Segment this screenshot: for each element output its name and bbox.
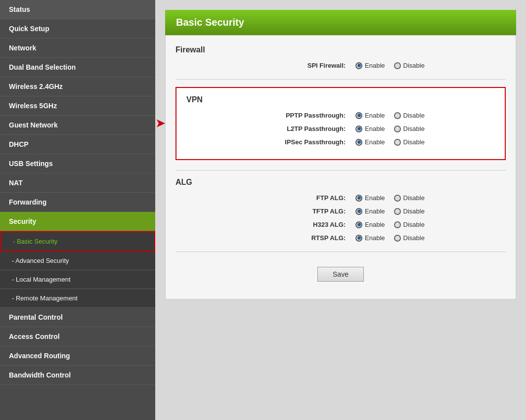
pptp-label: PPTP Passthrough: [257,112,346,119]
l2tp-disable-option[interactable]: Disable [394,125,425,132]
page-title: Basic Security [176,17,505,28]
sidebar-item-bw-control[interactable]: Bandwidth Control [0,366,155,385]
l2tp-enable-radio[interactable] [355,126,362,132]
spi-firewall-label: SPI Firewall: [257,62,346,69]
h323-enable-option[interactable]: Enable [355,221,385,228]
ftp-alg-label: FTP ALG: [257,194,346,202]
sidebar-item-quick-setup[interactable]: Quick Setup [0,19,155,39]
tftp-disable-radio[interactable] [394,208,401,215]
rtsp-disable-radio[interactable] [394,235,401,242]
vpn-title: VPN [186,95,495,104]
ftp-enable-option[interactable]: Enable [355,194,385,202]
ipsec-row: IPSec Passthrough: Enable Disable [186,138,495,146]
sidebar-item-guest-network[interactable]: Guest Network [0,116,155,135]
sidebar-item-local-mgmt[interactable]: - Local Management [0,270,155,289]
sidebar-item-wireless-5[interactable]: Wireless 5GHz [0,96,155,116]
l2tp-options: Enable Disable [355,125,425,132]
pptp-options: Enable Disable [355,112,425,119]
rtsp-enable-option[interactable]: Enable [355,234,385,242]
tftp-alg-row: TFTP ALG: Enable Disable [175,208,506,215]
pptp-disable-option[interactable]: Disable [394,112,425,119]
l2tp-enable-option[interactable]: Enable [355,125,385,132]
spi-firewall-options: Enable Disable [355,62,425,69]
ipsec-disable-option[interactable]: Disable [394,138,425,146]
vpn-section: VPN PPTP Passthrough: Enable Disable [175,87,506,160]
pptp-disable-radio[interactable] [394,112,401,119]
save-area: Save [175,259,506,289]
sidebar-item-advanced-security[interactable]: - Advanced Security [0,252,155,270]
tftp-alg-options: Enable Disable [355,208,425,215]
tftp-enable-label: Enable [365,208,385,215]
spi-disable-label: Disable [403,62,425,69]
l2tp-disable-radio[interactable] [394,126,401,132]
ipsec-label: IPSec Passthrough: [257,138,346,146]
ipsec-disable-label: Disable [403,138,425,146]
content-area: Firewall SPI Firewall: Enable Disable [165,35,516,299]
h323-disable-label: Disable [403,221,425,228]
h323-disable-radio[interactable] [394,221,401,228]
main-content: Basic Security Firewall SPI Firewall: En… [155,0,526,420]
l2tp-row: L2TP Passthrough: Enable Disable [186,125,495,132]
spi-enable-radio[interactable] [355,62,362,69]
pptp-enable-radio[interactable] [355,112,362,119]
sidebar-item-dual-band[interactable]: Dual Band Selection [0,58,155,77]
sidebar-item-wireless-24[interactable]: Wireless 2.4GHz [0,77,155,96]
rtsp-enable-label: Enable [365,234,385,242]
h323-alg-options: Enable Disable [355,221,425,228]
ftp-enable-label: Enable [365,194,385,202]
sidebar-item-status[interactable]: Status [0,0,155,19]
sidebar-item-access[interactable]: Access Control [0,327,155,346]
sidebar-item-usb[interactable]: USB Settings [0,154,155,173]
h323-enable-label: Enable [365,221,385,228]
spi-disable-option[interactable]: Disable [394,62,425,69]
sidebar-item-remote-mgmt[interactable]: - Remote Management [0,289,155,308]
ipsec-enable-label: Enable [365,138,385,146]
ftp-alg-options: Enable Disable [355,194,425,202]
rtsp-disable-option[interactable]: Disable [394,234,425,242]
ftp-disable-option[interactable]: Disable [394,194,425,202]
sidebar-item-adv-routing[interactable]: Advanced Routing [0,346,155,366]
sidebar: StatusQuick SetupNetworkDual Band Select… [0,0,155,420]
pptp-row: PPTP Passthrough: Enable Disable [186,112,495,119]
pptp-enable-label: Enable [365,112,385,119]
tftp-disable-option[interactable]: Disable [394,208,425,215]
sidebar-item-security[interactable]: Security [0,212,155,231]
tftp-alg-label: TFTP ALG: [257,208,346,215]
rtsp-alg-row: RTSP ALG: Enable Disable [175,234,506,242]
tftp-enable-radio[interactable] [355,208,362,215]
spi-disable-radio[interactable] [394,62,401,69]
ftp-disable-radio[interactable] [394,195,401,202]
h323-alg-label: H323 ALG: [257,221,346,228]
h323-enable-radio[interactable] [355,221,362,228]
sidebar-item-dhcp[interactable]: DHCP [0,135,155,154]
sidebar-item-forwarding[interactable]: Forwarding [0,193,155,212]
firewall-title: Firewall [175,45,506,54]
pptp-enable-option[interactable]: Enable [355,112,385,119]
sidebar-item-network[interactable]: Network [0,39,155,58]
l2tp-disable-label: Disable [403,125,425,132]
rtsp-enable-radio[interactable] [355,235,362,242]
rtsp-alg-options: Enable Disable [355,234,425,242]
ftp-disable-label: Disable [403,194,425,202]
ipsec-enable-radio[interactable] [355,139,362,146]
h323-disable-option[interactable]: Disable [394,221,425,228]
rtsp-alg-label: RTSP ALG: [257,234,346,242]
vpn-arrow-icon: ➤ [156,117,165,130]
ipsec-options: Enable Disable [355,138,425,146]
ipsec-disable-radio[interactable] [394,139,401,146]
ftp-enable-radio[interactable] [355,195,362,202]
tftp-disable-label: Disable [403,208,425,215]
ftp-alg-row: FTP ALG: Enable Disable [175,194,506,202]
spi-enable-option[interactable]: Enable [355,62,385,69]
tftp-enable-option[interactable]: Enable [355,208,385,215]
alg-section: ALG FTP ALG: Enable Disable TFTP ALG: [175,178,506,242]
h323-alg-row: H323 ALG: Enable Disable [175,221,506,228]
l2tp-enable-label: Enable [365,125,385,132]
save-button[interactable]: Save [317,267,364,282]
l2tp-label: L2TP Passthrough: [257,125,346,132]
pptp-disable-label: Disable [403,112,425,119]
sidebar-item-parental[interactable]: Parental Control [0,308,155,327]
sidebar-item-nat[interactable]: NAT [0,173,155,193]
sidebar-item-basic-security[interactable]: - Basic Security [0,231,155,252]
ipsec-enable-option[interactable]: Enable [355,138,385,146]
